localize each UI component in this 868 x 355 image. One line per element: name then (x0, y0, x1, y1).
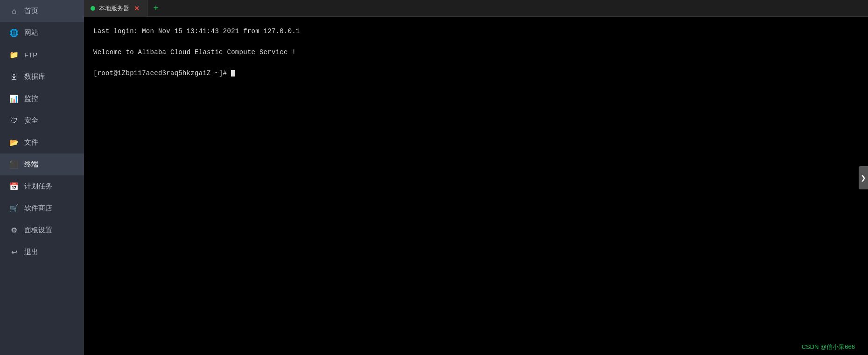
files-icon: 📂 (9, 138, 19, 147)
terminal-line: Last login: Mon Nov 15 13:41:43 2021 fro… (93, 26, 859, 36)
sidebar-item-logout[interactable]: ↩退出 (0, 241, 84, 263)
sidebar-item-terminal[interactable]: ⬛终端 (0, 153, 84, 175)
terminal-area[interactable]: Last login: Mon Nov 15 13:41:43 2021 fro… (84, 17, 868, 355)
sidebar-label-terminal: 终端 (24, 160, 38, 169)
ftp-icon: 📁 (9, 50, 19, 59)
sidebar-label-settings: 面板设置 (24, 226, 52, 235)
sidebar-label-database: 数据库 (24, 72, 45, 81)
tab-status-dot (91, 6, 95, 11)
website-icon: 🌐 (9, 28, 19, 37)
tab-label: 本地服务器 (99, 4, 129, 13)
add-tab-button[interactable]: + (147, 0, 164, 17)
sidebar-label-ftp: FTP (24, 51, 37, 59)
terminal-line: [root@iZbp117aeed3raq5hkzgaiZ ~]# (93, 68, 859, 78)
sidebar-label-scheduler: 计划任务 (24, 182, 52, 191)
sidebar-item-scheduler[interactable]: 📅计划任务 (0, 175, 84, 197)
sidebar-item-monitor[interactable]: 📊监控 (0, 88, 84, 110)
tab-close-button[interactable]: ✕ (133, 5, 140, 12)
sidebar-label-website: 网站 (24, 28, 38, 37)
sidebar: ⌂首页🌐网站📁FTP🗄数据库📊监控🛡安全📂文件⬛终端📅计划任务🛒软件商店⚙面板设… (0, 0, 84, 355)
scheduler-icon: 📅 (9, 182, 19, 191)
terminal-icon: ⬛ (9, 160, 19, 169)
security-icon: 🛡 (9, 117, 19, 125)
sidebar-label-files: 文件 (24, 138, 38, 147)
terminal-line (93, 36, 859, 47)
sidebar-label-monitor: 监控 (24, 94, 38, 103)
sidebar-item-appstore[interactable]: 🛒软件商店 (0, 197, 84, 219)
terminal-cursor (231, 70, 235, 77)
sidebar-label-home: 首页 (24, 7, 38, 15)
database-icon: 🗄 (9, 73, 19, 81)
monitor-icon: 📊 (9, 94, 19, 103)
sidebar-item-website[interactable]: 🌐网站 (0, 22, 84, 44)
collapse-handle[interactable]: ❯ (859, 166, 868, 189)
appstore-icon: 🛒 (9, 204, 19, 213)
sidebar-item-ftp[interactable]: 📁FTP (0, 44, 84, 66)
sidebar-item-security[interactable]: 🛡安全 (0, 110, 84, 132)
terminal-line: Welcome to Alibaba Cloud Elastic Compute… (93, 47, 859, 57)
main-area: 本地服务器✕+ Last login: Mon Nov 15 13:41:43 … (84, 0, 868, 355)
tab-local-server[interactable]: 本地服务器✕ (84, 0, 147, 17)
sidebar-label-logout: 退出 (24, 248, 38, 257)
logout-icon: ↩ (9, 248, 19, 257)
settings-icon: ⚙ (9, 226, 19, 235)
sidebar-item-database[interactable]: 🗄数据库 (0, 66, 84, 88)
sidebar-item-settings[interactable]: ⚙面板设置 (0, 219, 84, 241)
tab-bar: 本地服务器✕+ (84, 0, 868, 17)
home-icon: ⌂ (9, 7, 19, 15)
sidebar-label-appstore: 软件商店 (24, 204, 52, 213)
terminal-line (93, 57, 859, 68)
sidebar-item-files[interactable]: 📂文件 (0, 132, 84, 153)
sidebar-label-security: 安全 (24, 116, 38, 125)
sidebar-item-home[interactable]: ⌂首页 (0, 0, 84, 22)
chevron-right-icon: ❯ (861, 174, 866, 181)
